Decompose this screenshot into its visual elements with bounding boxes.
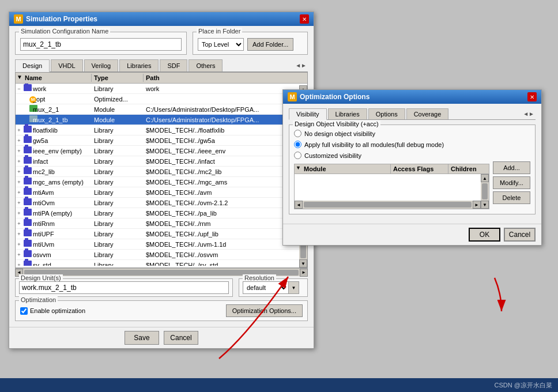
modify-module-button[interactable]: Modify... [493, 176, 530, 189]
custom-scroll-h-thumb[interactable] [304, 202, 472, 208]
expand-icon[interactable]: + [16, 210, 22, 216]
radio-custom-visibility[interactable]: Customized visibility [294, 152, 530, 159]
opt-icon: M [22, 95, 33, 103]
table-row[interactable]: + mtiPA (empty) Library $MODEL_TECH/../p… [16, 208, 299, 218]
table-row[interactable]: mux_2_1 Module C:/Users/Administrator/De… [16, 104, 299, 115]
expand-icon[interactable]: + [16, 190, 22, 195]
radio-no-visibility[interactable]: No design object visibility [294, 130, 530, 137]
save-button[interactable]: Save [125, 331, 159, 345]
custom-scroll-down[interactable]: ▼ [481, 201, 489, 209]
table-row[interactable]: + gw5a Library $MODEL_TECH/../gw5a [16, 135, 299, 146]
cell-path: $MODEL_TECH/../sv_std [144, 262, 299, 266]
opt-ok-button[interactable]: OK [469, 228, 500, 242]
expand-icon[interactable]: + [16, 231, 22, 237]
cell-name: mc2_lib [33, 168, 92, 175]
enable-optimization-checkbox[interactable] [20, 307, 28, 315]
table-row[interactable]: + infact Library $MODEL_TECH/../infact [16, 156, 299, 167]
expand-icon[interactable]: − [16, 86, 22, 92]
table-row[interactable]: + floatfixlib Library $MODEL_TECH/../flo… [16, 125, 299, 135]
opt-dialog-title: Optimization Options [300, 93, 370, 101]
table-row[interactable]: + sv_std Library $MODEL_TECH/../sv_std [16, 260, 299, 266]
opt-app-icon: M [288, 92, 297, 101]
table-row[interactable]: − work Library work [16, 84, 299, 94]
design-unit-label: Design Unit(s) [19, 274, 63, 281]
delete-module-button[interactable]: Delete [493, 191, 530, 204]
expand-icon[interactable]: + [16, 127, 22, 133]
expand-icon[interactable]: + [16, 169, 22, 175]
cell-path: $MODEL_TECH/../rnm [144, 220, 299, 227]
place-folder-select[interactable]: Top Level [198, 38, 244, 51]
cell-name: _opt [33, 96, 92, 103]
opt-tab-scroll[interactable]: ◄► [523, 108, 536, 119]
tab-scroll-arrows[interactable]: ◄► [295, 59, 308, 71]
expand-icon[interactable]: + [16, 221, 22, 227]
opt-cancel-button[interactable]: Cancel [504, 228, 536, 242]
resolution-dropdown-arrow[interactable]: ▼ [289, 281, 299, 294]
table-row[interactable]: + mc2_lib Library $MODEL_TECH/../mc2_lib [16, 167, 299, 177]
expand-icon[interactable]: + [16, 200, 22, 206]
expand-icon[interactable]: + [16, 159, 22, 164]
watermark-text: CSDN @凉开水白菜 [495, 381, 552, 390]
radio-full-visibility-input[interactable] [294, 141, 301, 148]
table-row-selected[interactable]: mux_2_1_tb Module C:/Users/Administrator… [16, 115, 299, 125]
table-scroll-area[interactable]: − work Library work M _opt Optimized... [16, 84, 307, 266]
radio-full-visibility[interactable]: Apply full visibility to all modules(ful… [294, 141, 530, 148]
col-path: Path [144, 74, 307, 82]
scroll-down-arrow[interactable]: ▼ [299, 259, 307, 267]
opt-close-button[interactable]: ✕ [527, 92, 537, 101]
table-row[interactable]: + osvvm Library $MODEL_TECH/../osvvm [16, 250, 299, 260]
opt-tab-libraries[interactable]: Libraries [328, 108, 367, 119]
resolution-select[interactable]: default [243, 281, 289, 294]
expand-icon[interactable]: + [16, 242, 22, 247]
table-row[interactable]: + mtiUPF Library $MODEL_TECH/../upf_lib [16, 229, 299, 239]
lib-icon [22, 146, 33, 155]
opt-dialog-footer: OK Cancel [283, 224, 541, 245]
expand-icon[interactable]: + [16, 179, 22, 185]
main-close-button[interactable]: ✕ [300, 14, 309, 24]
radio-no-visibility-input[interactable] [294, 130, 301, 137]
lib-icon [22, 188, 33, 197]
scroll-right-arrow[interactable]: ► [300, 269, 308, 277]
cell-path: C:/Users/Administrator/Desktop/FPGA... [144, 116, 299, 123]
add-folder-button[interactable]: Add Folder... [247, 38, 293, 51]
custom-scroll-thumb[interactable] [482, 183, 488, 199]
table-row[interactable]: + ieee_env (empty) Library $MODEL_TECH/.… [16, 146, 299, 156]
cell-path: $MODEL_TECH/../uvm-1.1d [144, 241, 299, 248]
resolution-label: Resolution [243, 274, 276, 281]
expand-icon[interactable]: + [16, 252, 22, 258]
col-type: Type [92, 74, 144, 82]
tab-libraries[interactable]: Libraries [119, 59, 159, 71]
tab-sdf[interactable]: SDF [160, 59, 187, 71]
expand-icon[interactable]: + [16, 138, 22, 144]
custom-scroll-up[interactable]: ▲ [481, 174, 489, 182]
opt-tab-coverage[interactable]: Coverage [406, 108, 449, 119]
tab-vhdl[interactable]: VHDL [51, 59, 82, 71]
expand-icon[interactable]: + [16, 148, 22, 154]
table-row[interactable]: M _opt Optimized... [16, 94, 299, 104]
tab-others[interactable]: Others [188, 59, 223, 71]
expand-icon[interactable]: + [16, 262, 22, 266]
custom-scroll-right[interactable]: ► [473, 201, 481, 209]
table-row[interactable]: + mgc_ams (empty) Library $MODEL_TECH/..… [16, 177, 299, 187]
cell-path: $MODEL_TECH/../mc2_lib [144, 168, 299, 175]
cell-type: Library [92, 189, 144, 196]
radio-custom-visibility-input[interactable] [294, 152, 301, 159]
enable-optimization-checkbox-label[interactable]: Enable optimization [20, 307, 85, 315]
tab-design[interactable]: Design [15, 59, 50, 72]
table-row[interactable]: + mtiAvm Library $MODEL_TECH/../avm [16, 187, 299, 198]
config-name-input[interactable] [20, 38, 182, 51]
custom-scroll-left[interactable]: ◄ [295, 201, 303, 209]
add-module-button[interactable]: Add... [493, 161, 530, 174]
cancel-button[interactable]: Cancel [164, 331, 198, 345]
opt-tab-options[interactable]: Options [368, 108, 405, 119]
app-icon: M [14, 14, 23, 24]
table-row[interactable]: + mtiOvm Library $MODEL_TECH/../ovm-2.1.… [16, 198, 299, 208]
cell-name: ieee_env (empty) [33, 148, 92, 154]
opt-tab-visibility[interactable]: Visibility [289, 108, 327, 120]
table-row[interactable]: + mtiRnm Library $MODEL_TECH/../rnm [16, 218, 299, 229]
cell-name: work [33, 85, 92, 92]
design-unit-input[interactable] [19, 281, 229, 294]
table-row[interactable]: + mtiUvm Library $MODEL_TECH/../uvm-1.1d [16, 239, 299, 250]
optimization-options-button[interactable]: Optimization Options... [226, 304, 303, 317]
tab-verilog[interactable]: Verilog [84, 59, 119, 71]
